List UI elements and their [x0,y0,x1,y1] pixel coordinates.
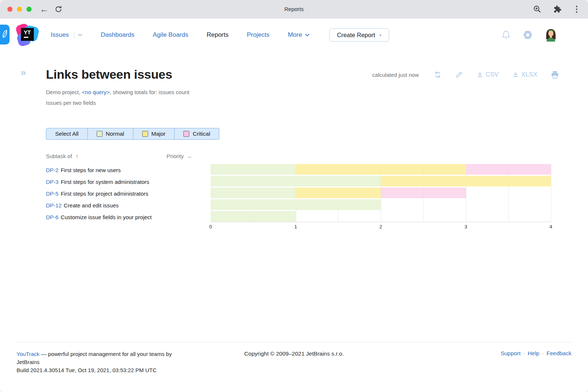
no-query-link[interactable]: <no query> [82,89,110,95]
nav-item-agile-boards[interactable]: Agile Boards [153,31,188,39]
nav-item-reports[interactable]: Reports [207,31,229,39]
refresh-icon [434,71,442,79]
rows-field-label: Subtask of [46,153,72,159]
dot-separator: · [523,350,525,357]
gridline [551,164,551,222]
help-link[interactable]: Help [528,350,539,357]
sort-left-icon: ← [187,153,193,159]
issue-row: DP-5First steps for project administrato… [46,188,211,199]
download-icon [476,71,484,78]
minimize-window-button[interactable] [17,7,22,12]
settings-button[interactable] [523,30,533,40]
nav-item-label: Issues [51,31,69,39]
issue-title: Create and edit issues [64,202,119,209]
issue-id-link[interactable]: DP-3 [46,179,58,185]
notifications-button[interactable] [501,30,511,40]
filter-major[interactable]: Major [133,128,175,139]
nav-item-issues[interactable]: Issues [51,31,82,39]
browser-reload-button[interactable] [54,5,62,13]
feather-icon [1,29,9,40]
download-icon [512,71,519,78]
youtrack-link[interactable]: YouTrack [17,351,39,357]
bar-segment-critical[interactable] [466,164,551,175]
priority-filter-bar: Select All Normal Major Critical [46,128,219,140]
nav-item-dashboards[interactable]: Dashboards [101,31,135,39]
hexagon-nut-icon [523,30,533,40]
filter-select-all[interactable]: Select All [46,128,88,139]
edit-report-button[interactable] [455,71,463,79]
filter-critical[interactable]: Critical [175,128,219,139]
bar-segment-normal[interactable] [211,188,296,198]
youtrack-logo[interactable]: YT [15,23,39,47]
nav-item-projects[interactable]: Projects [247,31,269,39]
bar-segment-major[interactable] [296,164,466,175]
browser-back-button[interactable]: ← [40,5,49,14]
chevron-down-icon[interactable] [78,33,82,36]
recalculate-button[interactable] [434,71,442,79]
issue-title: Customize issue fields in your project [61,214,152,220]
stacked-bar-chart: 01234 [211,164,551,231]
feedback-link[interactable]: Feedback [546,350,571,357]
issue-id-link[interactable]: DP-5 [46,190,58,197]
bar-segment-normal[interactable] [211,199,381,210]
sort-by-subtask-button[interactable]: Subtask of ↑ [46,153,78,159]
filter-label: Normal [106,131,124,137]
bar-segment-major[interactable] [296,188,381,198]
create-report-button[interactable]: Create Report ▾ [329,28,389,42]
x-axis-tick-label: 4 [549,224,552,229]
footer-links: Support · Help · Feedback [501,350,571,357]
nav-item-label: More [288,31,302,39]
columns-field-label: Priority [166,153,184,159]
issue-row: DP-12Create and edit issues [46,199,211,211]
filter-label: Select All [55,131,79,137]
subtitle-totals: , showing totals for: issues count [110,89,189,95]
bar-segment-critical[interactable] [381,188,466,198]
zoom-page-button[interactable] [533,5,542,14]
bar-segment-major[interactable] [381,176,551,186]
csv-label: CSV [486,71,499,78]
browser-menu-button[interactable]: ⋮ [573,4,581,14]
browser-window: ← Reports ⋮ [0,0,588,392]
print-button[interactable] [551,71,559,79]
export-xlsx-button[interactable]: XLSX [512,71,537,78]
issue-id-link[interactable]: DP-6 [46,214,58,220]
dot-separator: · [542,350,544,357]
browser-tab-title: Reports [0,6,588,12]
filter-label: Major [151,131,166,137]
extensions-button[interactable] [553,5,562,14]
companion-app-tile[interactable] [0,25,10,44]
close-window-button[interactable] [7,7,12,12]
chevron-down-icon [305,33,309,36]
bar-segment-normal[interactable] [211,164,296,175]
bell-icon [501,30,511,40]
chart-bar-row [211,211,551,222]
issue-row: DP-2First steps for new users [46,164,211,176]
puzzle-piece-icon [553,5,562,14]
support-link[interactable]: Support [501,350,520,357]
bar-segment-normal[interactable] [211,176,381,186]
x-axis: 01234 [211,222,551,231]
expand-sidebar-icon[interactable]: » [21,68,26,77]
svg-text:YT: YT [24,29,31,35]
chart-bar-row [211,176,551,186]
issue-id-link[interactable]: DP-2 [46,167,58,173]
magnifier-plus-icon [533,5,542,14]
page-footer: YouTrack — powerful project management f… [17,342,571,392]
sort-by-priority-button[interactable]: Priority ← [166,153,193,159]
nav-item-more[interactable]: More [288,31,309,39]
calculated-status: calculated just now [372,72,419,78]
x-axis-tick-label: 0 [209,224,212,229]
user-avatar[interactable] [545,28,557,42]
export-csv-button[interactable]: CSV [476,71,499,78]
footer-tagline: — powerful project management for all yo… [17,351,172,365]
pencil-icon [455,71,463,79]
issue-id-link[interactable]: DP-12 [46,202,62,209]
filter-normal[interactable]: Normal [88,128,133,139]
report-subtitle: Demo project, <no query>, showing totals… [46,87,559,108]
issue-title: First steps for project administrators [61,190,148,197]
chart-bar-row [211,199,551,210]
x-axis-tick-label: 3 [465,224,467,229]
zoom-window-button[interactable] [26,7,32,12]
build-info: Build 2021.4.30514 Tue, Oct 19, 2021, 03… [17,366,193,374]
bar-segment-normal[interactable] [211,211,296,222]
